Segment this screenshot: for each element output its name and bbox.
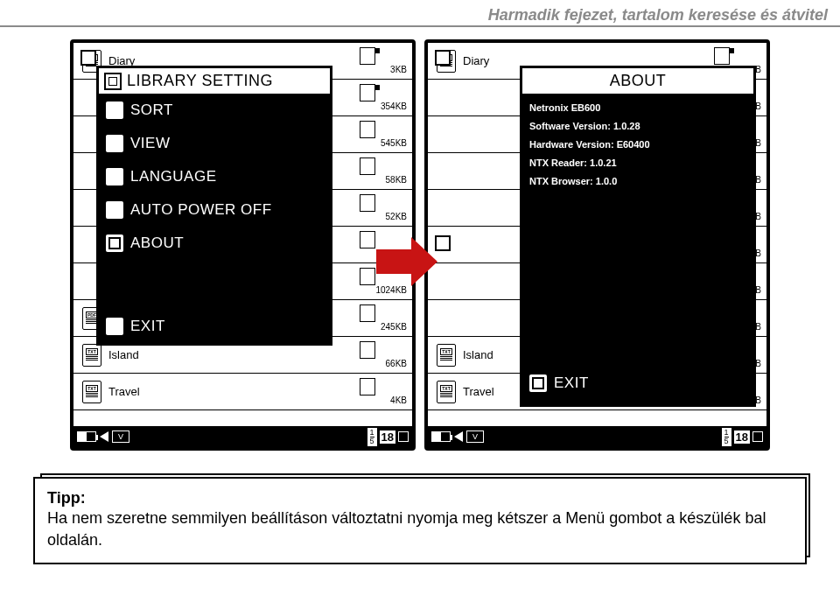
- v-indicator: V: [466, 430, 484, 443]
- file-size: 354KB: [360, 102, 407, 111]
- chapter-header: Harmadik fejezet, tartalom keresése és á…: [0, 0, 840, 27]
- battery-icon: [77, 431, 96, 442]
- file-size: 52KB: [360, 212, 407, 221]
- screens-container: TXT Diary 3KB 354KB 545KB 58KB 52KB 8KB …: [0, 39, 840, 451]
- arrow-icon: [376, 237, 438, 286]
- menu-item-sort[interactable]: SORT: [99, 94, 330, 127]
- file-size: 545KB: [360, 138, 407, 148]
- status-square-icon: [398, 431, 409, 442]
- menu-item-exit[interactable]: EXIT: [99, 310, 330, 343]
- battery-icon: [431, 431, 451, 442]
- about-hardware-version: Hardware Version: E60400: [529, 136, 746, 154]
- filetype-icon: TXT: [437, 381, 456, 403]
- menu-item-language[interactable]: LANGUAGE: [99, 160, 330, 193]
- about-software-version: Software Version: 1.0.28: [529, 117, 746, 136]
- device-right: TXT Diary 3KB 354KB 545KB 58KB 52KB 8KB …: [424, 39, 770, 451]
- status-bar: V 15 18: [74, 426, 412, 447]
- page-big: 18: [380, 430, 396, 444]
- about-browser-version: NTX Browser: 1.0.0: [529, 172, 746, 191]
- about-dialog: ABOUT Netronix EB600 Software Version: 1…: [520, 66, 756, 407]
- tip-box: Tipp: Ha nem szeretne semmilyen beállítá…: [33, 477, 807, 564]
- page-big: 18: [734, 430, 750, 444]
- file-meta: 3KB: [360, 47, 407, 74]
- about-device-name: Netronix EB600: [529, 99, 746, 117]
- status-bar: V 15 18: [428, 426, 766, 447]
- library-icon: [104, 73, 122, 90]
- file-name: Island: [108, 348, 360, 361]
- menu-item-view[interactable]: VIEW: [99, 127, 330, 160]
- file-size: 4KB: [360, 396, 407, 405]
- file-size: 58KB: [360, 175, 407, 185]
- dialog-title: ABOUT: [522, 68, 753, 94]
- status-square-icon: [752, 431, 763, 442]
- device-left: TXT Diary 3KB 354KB 545KB 58KB 52KB 8KB …: [70, 39, 416, 451]
- file-row[interactable]: TXTTravel4KB: [74, 374, 412, 410]
- tip-body: Ha nem szeretne semmilyen beállításon vá…: [47, 508, 793, 550]
- file-name: Travel: [108, 385, 360, 398]
- filetype-icon: TXT: [437, 344, 456, 367]
- file-size: 1024KB: [360, 285, 407, 295]
- menu-item-about[interactable]: ABOUT: [99, 227, 330, 260]
- about-reader-version: NTX Reader: 1.0.21: [529, 154, 746, 172]
- menu-item-autopoweroff[interactable]: AUTO POWER OFF: [99, 193, 330, 227]
- speaker-icon: [454, 431, 463, 442]
- checkbox-icon[interactable]: [435, 50, 451, 66]
- menu-item-exit[interactable]: EXIT: [529, 368, 746, 399]
- tip-label: Tipp:: [47, 489, 793, 508]
- filetype-icon: TXT: [82, 344, 102, 367]
- v-indicator: V: [112, 430, 130, 443]
- file-size: 66KB: [360, 359, 407, 368]
- dialog-title: LIBRARY SETTING: [127, 72, 273, 90]
- page-fraction: 15: [368, 428, 377, 446]
- checkbox-icon[interactable]: [80, 50, 96, 66]
- filetype-icon: TXT: [82, 381, 102, 403]
- library-settings-dialog: LIBRARY SETTING SORT VIEW LANGUAGE AUTO …: [96, 66, 332, 346]
- page-fraction: 15: [722, 428, 732, 446]
- speaker-icon: [100, 431, 108, 442]
- file-size: 245KB: [360, 322, 407, 332]
